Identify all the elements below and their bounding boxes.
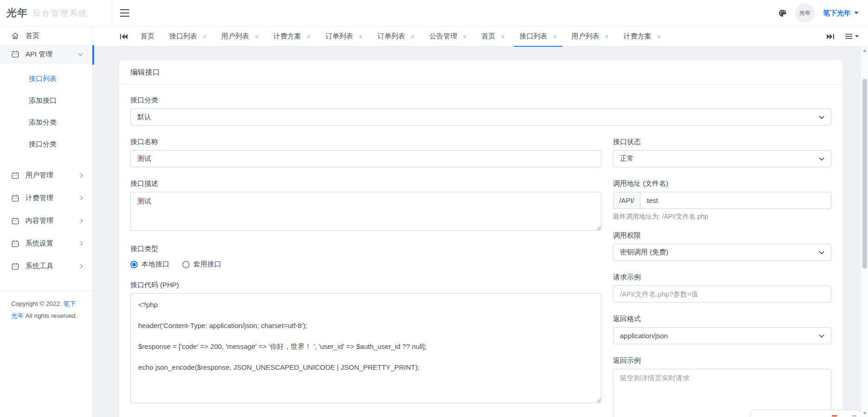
tab-order-list-2[interactable]: 订单列表 × bbox=[370, 26, 422, 47]
tab-user-list-1[interactable]: 用户列表 × bbox=[214, 26, 266, 47]
radio-reuse-api[interactable]: 套用接口 bbox=[182, 260, 221, 269]
status-select[interactable]: 正常 bbox=[613, 150, 831, 167]
form-left-column: 接口名称 接口描述 测试 接口类型 本地接口 bbox=[130, 138, 601, 417]
status-label: 接口状态 bbox=[613, 138, 831, 146]
edit-api-form: 接口分类 默认 接口名称 接口描述 测试 bbox=[119, 85, 842, 417]
tab-user-list-2[interactable]: 用户列表 × bbox=[564, 26, 616, 47]
scroll-tabs-start-icon[interactable] bbox=[120, 33, 128, 40]
copyright: Copyright © 2022. 笔下光年 All rights reserv… bbox=[0, 291, 92, 329]
description-label: 接口描述 bbox=[130, 179, 601, 188]
chevron-right-icon bbox=[80, 264, 83, 269]
calendar-icon bbox=[11, 194, 19, 202]
home-icon bbox=[11, 32, 19, 40]
sidebar-submenu-api: 接口列表 添加接口 添加分类 接口分类 bbox=[0, 63, 92, 160]
user-menu[interactable]: 笔下光年 bbox=[823, 9, 859, 18]
close-tab-icon[interactable]: × bbox=[463, 33, 466, 40]
sidebar-item-api-management[interactable]: API 管理 bbox=[0, 45, 92, 63]
sidebar-item-label: 系统工具 bbox=[26, 262, 74, 271]
code-textarea[interactable]: <?php header('Content-Type: application/… bbox=[130, 293, 601, 403]
tab-label: 订单列表 bbox=[377, 32, 405, 41]
close-tab-icon[interactable]: × bbox=[605, 33, 609, 40]
status-value: 正常 bbox=[620, 154, 634, 163]
card-title: 编辑接口 bbox=[119, 60, 842, 85]
sidebar-item-home[interactable]: 首页 bbox=[0, 26, 92, 45]
sidebar-item-system-settings[interactable]: 系统设置 bbox=[0, 232, 92, 255]
chevron-right-icon bbox=[80, 173, 83, 178]
return-example-label: 返回示例 bbox=[613, 356, 831, 365]
tab-billing-plan-2[interactable]: 计费方案 × bbox=[616, 26, 668, 47]
tab-controls bbox=[827, 33, 868, 40]
category-select[interactable]: 默认 bbox=[130, 108, 831, 126]
sidebar-item-user-management[interactable]: 用户管理 bbox=[0, 164, 92, 187]
close-tab-icon[interactable]: × bbox=[657, 33, 661, 40]
tab-label: 首页 bbox=[140, 32, 154, 41]
sidebar-subitem-add-category[interactable]: 添加分类 bbox=[0, 112, 92, 133]
description-textarea[interactable]: 测试 bbox=[130, 192, 601, 231]
name-input[interactable] bbox=[130, 150, 601, 167]
list-icon bbox=[845, 33, 853, 39]
scrollbar-up-icon[interactable] bbox=[863, 49, 867, 52]
tab-api-list-2[interactable]: 接口列表 × bbox=[512, 26, 564, 47]
tab-order-list-1[interactable]: 订单列表 × bbox=[318, 26, 370, 47]
brand-logo[interactable]: 光年 后台管理系统 bbox=[0, 0, 112, 26]
sidebar-item-content-management[interactable]: 内容管理 bbox=[0, 209, 92, 232]
chevron-down-icon bbox=[819, 334, 824, 338]
radio-unchecked-icon bbox=[182, 261, 190, 268]
tab-label: 首页 bbox=[481, 32, 495, 41]
main-content: 编辑接口 接口分类 默认 接口名称 bbox=[93, 47, 861, 417]
sidebar-subitem-add-api[interactable]: 添加接口 bbox=[0, 90, 92, 112]
chevron-down-icon bbox=[78, 53, 83, 56]
permission-select[interactable]: 密钥调用 (免费) bbox=[613, 244, 831, 261]
tab-announcement[interactable]: 公告管理 × bbox=[422, 26, 474, 47]
sidebar-item-label: 系统设置 bbox=[26, 239, 74, 248]
request-example-input[interactable] bbox=[613, 285, 831, 303]
close-tab-icon[interactable]: × bbox=[553, 33, 556, 40]
sidebar-scroll-indicator[interactable] bbox=[92, 45, 94, 65]
page-scrollbar[interactable] bbox=[861, 47, 868, 417]
field-return-example: 返回示例 bbox=[613, 356, 831, 417]
close-tab-icon[interactable]: × bbox=[411, 33, 415, 40]
calendar-icon bbox=[11, 240, 19, 248]
sidebar-subitem-api-list[interactable]: 接口列表 bbox=[0, 68, 92, 90]
scrollbar-thumb[interactable] bbox=[862, 79, 867, 269]
tab-home-2[interactable]: 首页 × bbox=[474, 26, 512, 47]
type-label: 接口类型 bbox=[130, 245, 601, 253]
caret-down-icon bbox=[855, 35, 859, 38]
calendar-icon bbox=[11, 217, 19, 225]
sidebar-item-label: API 管理 bbox=[26, 50, 72, 59]
sidebar-subitem-api-category[interactable]: 接口分类 bbox=[0, 133, 92, 155]
username-label: 笔下光年 bbox=[823, 9, 851, 18]
close-tab-icon[interactable]: × bbox=[501, 33, 504, 40]
avatar[interactable]: 光年 bbox=[795, 3, 815, 23]
tab-billing-plan-1[interactable]: 计费方案 × bbox=[266, 26, 318, 47]
floating-widget-accent bbox=[832, 415, 837, 417]
permission-value: 密钥调用 (免费) bbox=[620, 248, 668, 257]
header-actions: 光年 笔下光年 bbox=[778, 0, 859, 26]
floating-widget[interactable] bbox=[750, 410, 862, 417]
close-tab-icon[interactable]: × bbox=[306, 33, 310, 40]
close-tab-icon[interactable]: × bbox=[359, 33, 363, 40]
permission-label: 调用权限 bbox=[613, 231, 831, 240]
theme-palette-icon[interactable] bbox=[778, 9, 787, 18]
tab-label: 计费方案 bbox=[624, 32, 651, 41]
radio-local-api[interactable]: 本地接口 bbox=[130, 260, 169, 269]
scroll-tabs-end-icon[interactable] bbox=[827, 33, 835, 40]
tab-label: 接口列表 bbox=[169, 32, 197, 41]
close-tab-icon[interactable]: × bbox=[203, 33, 206, 40]
address-help-text: 最终调用地址为: /API/文件名.php bbox=[613, 213, 831, 221]
sidebar-subitem-label: 添加分类 bbox=[29, 118, 57, 127]
scrollbar-down-icon[interactable] bbox=[863, 412, 867, 415]
address-input[interactable] bbox=[640, 192, 831, 209]
tab-label: 公告管理 bbox=[429, 32, 457, 41]
return-format-select[interactable]: application/json bbox=[613, 327, 831, 344]
sidebar-item-billing-management[interactable]: 计费管理 bbox=[0, 187, 92, 209]
tabs-menu-button[interactable] bbox=[845, 33, 859, 39]
tab-home-1[interactable]: 首页 bbox=[133, 26, 162, 47]
caret-down-icon bbox=[854, 12, 859, 14]
sidebar-toggle-button[interactable] bbox=[120, 8, 130, 18]
close-tab-icon[interactable]: × bbox=[255, 33, 258, 40]
tab-api-list-1[interactable]: 接口列表 × bbox=[162, 26, 214, 47]
field-code: 接口代码 (PHP) <?php header('Content-Type: a… bbox=[130, 281, 601, 405]
sidebar-item-system-tools[interactable]: 系统工具 bbox=[0, 255, 92, 278]
sidebar-groups: 用户管理 计费管理 内容管理 bbox=[0, 164, 92, 278]
